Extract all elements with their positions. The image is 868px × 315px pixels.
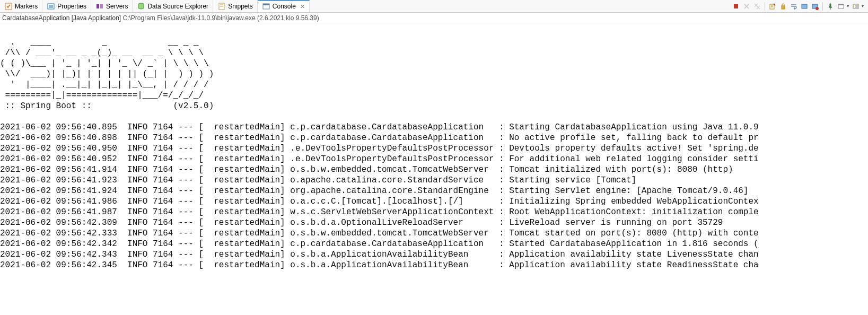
console-toolbar: ▼ + ▼ — [728, 2, 868, 11]
svg-rect-22 — [838, 4, 844, 5]
tab-label: Markers — [15, 3, 38, 10]
snippets-icon — [217, 2, 226, 11]
dropdown-caret-icon[interactable]: ▼ — [861, 4, 865, 8]
markers-icon — [4, 2, 13, 11]
toolbar-separator — [822, 2, 823, 11]
scroll-lock-button[interactable] — [778, 2, 788, 11]
tab-servers[interactable]: Servers — [91, 0, 133, 12]
clear-console-button[interactable] — [768, 2, 777, 11]
svg-rect-18 — [802, 4, 807, 8]
show-console-on-stderr-button[interactable] — [810, 2, 820, 11]
tab-snippets[interactable]: Snippets — [213, 0, 258, 12]
svg-rect-5 — [97, 4, 99, 8]
console-subheader: CardatabaseApplication [Java Application… — [0, 13, 868, 23]
tab-data-source-explorer[interactable]: Data Source Explorer — [133, 0, 213, 12]
tab-label: Properties — [57, 3, 86, 10]
open-console-button[interactable]: + — [851, 2, 861, 11]
dropdown-caret-icon[interactable]: ▼ — [846, 4, 850, 8]
tab-properties[interactable]: Properties — [42, 0, 91, 12]
launch-time: (2.6.2021 klo 9.56.39) — [257, 14, 319, 22]
terminate-button[interactable] — [731, 2, 741, 11]
remove-launch-button — [742, 2, 751, 11]
console-icon — [262, 2, 270, 11]
show-console-on-stdout-button[interactable] — [800, 2, 809, 11]
svg-rect-6 — [100, 4, 103, 8]
view-topbar: Markers Properties Servers Data Source E… — [0, 0, 868, 13]
view-tabs: Markers Properties Servers Data Source E… — [0, 0, 728, 12]
svg-rect-12 — [263, 4, 269, 5]
database-icon — [137, 2, 145, 11]
word-wrap-button[interactable] — [789, 2, 799, 11]
tab-label: Console — [273, 3, 296, 10]
servers-icon — [95, 2, 104, 11]
console-output[interactable]: . ____ _ __ _ _ /\\ / ___'_ __ _ _(_)_ _… — [0, 23, 868, 270]
tab-console[interactable]: Console ✕ — [258, 0, 310, 12]
svg-text:+: + — [857, 3, 860, 6]
tab-label: Data Source Explorer — [147, 3, 208, 10]
properties-icon — [47, 2, 55, 11]
launch-path: C:\Program Files\Java\jdk-11.0.9\bin\jav… — [123, 14, 256, 22]
close-icon[interactable]: ✕ — [298, 3, 305, 10]
toolbar-separator — [765, 2, 765, 11]
display-selected-console-button[interactable] — [836, 2, 846, 11]
pin-console-button[interactable] — [826, 2, 835, 11]
svg-point-20 — [816, 7, 819, 10]
tab-markers[interactable]: Markers — [0, 0, 42, 12]
svg-rect-17 — [782, 6, 785, 9]
svg-rect-13 — [734, 4, 738, 8]
remove-all-terminated-button — [752, 2, 762, 11]
tab-label: Servers — [106, 3, 128, 10]
launch-name: CardatabaseApplication [Java Application… — [2, 14, 121, 22]
tab-label: Snippets — [228, 3, 253, 10]
